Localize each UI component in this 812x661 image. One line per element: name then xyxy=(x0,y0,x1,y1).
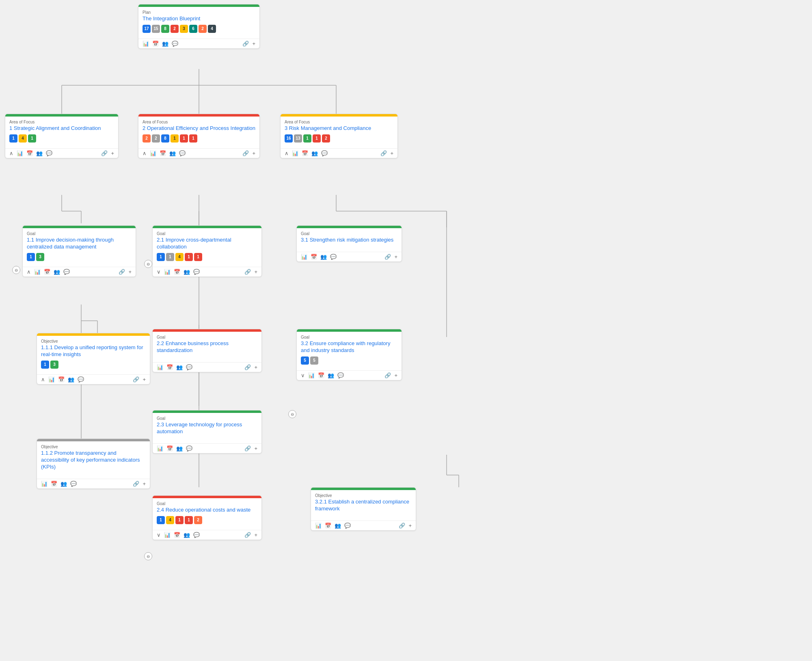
chart-icon[interactable]: 📊 xyxy=(143,41,149,47)
goal32-calendar-icon[interactable]: 📅 xyxy=(318,372,324,378)
obj112-chat-icon[interactable]: 💬 xyxy=(70,481,77,487)
goal23-chat-icon[interactable]: 💬 xyxy=(186,445,192,451)
obj111-calendar-icon[interactable]: 📅 xyxy=(58,376,65,382)
goal32-collapse[interactable]: ⊖ xyxy=(288,410,296,418)
goal24-chart-icon[interactable]: 📊 xyxy=(164,532,171,538)
calendar-icon[interactable]: 📅 xyxy=(152,41,159,47)
goal22-calendar-icon[interactable]: 📅 xyxy=(166,364,173,370)
people-icon[interactable]: 👥 xyxy=(162,41,168,47)
obj112-title[interactable]: 1.1.2 Promote transparency and accessibi… xyxy=(41,450,146,471)
goal21-collapse[interactable]: ⊖ xyxy=(144,260,152,268)
obj111-chat-icon[interactable]: 💬 xyxy=(78,376,84,382)
goal32-title[interactable]: 3.2 Ensure compliance with regulatory an… xyxy=(301,340,397,354)
area3-chart-icon[interactable]: 📊 xyxy=(292,150,298,156)
goal21-chart-icon[interactable]: 📊 xyxy=(164,269,171,275)
goal31-add-icon[interactable]: + xyxy=(394,254,397,260)
goal32-chart-icon[interactable]: 📊 xyxy=(308,372,315,378)
goal21-link-icon[interactable]: 🔗 xyxy=(244,269,251,275)
area1-calendar-icon[interactable]: 📅 xyxy=(26,150,33,156)
area1-title[interactable]: 1 Strategic Alignment and Coordination xyxy=(9,125,114,132)
area3-calendar-icon[interactable]: 📅 xyxy=(302,150,308,156)
area3-add-icon[interactable]: + xyxy=(390,150,393,156)
goal31-calendar-icon[interactable]: 📅 xyxy=(311,254,317,260)
goal32-chat-icon[interactable]: 💬 xyxy=(337,372,344,378)
area1-chevron[interactable]: ∧ xyxy=(9,150,13,156)
goal31-chat-icon[interactable]: 💬 xyxy=(330,254,337,260)
obj111-chevron[interactable]: ∧ xyxy=(41,376,45,382)
obj321-title[interactable]: 3.2.1 Establish a centralized compliance… xyxy=(315,499,412,512)
goal24-add-icon[interactable]: + xyxy=(254,532,257,538)
area1-chart-icon[interactable]: 📊 xyxy=(17,150,23,156)
goal32-link-icon[interactable]: 🔗 xyxy=(384,372,391,378)
obj112-people-icon[interactable]: 👥 xyxy=(60,481,67,487)
goal21-calendar-icon[interactable]: 📅 xyxy=(174,269,180,275)
obj321-people-icon[interactable]: 👥 xyxy=(335,523,341,529)
area3-link-icon[interactable]: 🔗 xyxy=(380,150,387,156)
goal11-link-icon[interactable]: 🔗 xyxy=(119,269,125,275)
area2-chart-icon[interactable]: 📊 xyxy=(150,150,156,156)
goal32-people-icon[interactable]: 👥 xyxy=(328,372,334,378)
add-icon[interactable]: + xyxy=(252,41,255,47)
area1-chat-icon[interactable]: 💬 xyxy=(46,150,52,156)
goal31-people-icon[interactable]: 👥 xyxy=(320,254,327,260)
goal23-title[interactable]: 2.3 Leverage technology for process auto… xyxy=(157,421,257,435)
area1-link-icon[interactable]: 🔗 xyxy=(101,150,108,156)
plan-title[interactable]: The Integration Blueprint xyxy=(143,15,255,22)
goal23-calendar-icon[interactable]: 📅 xyxy=(166,445,173,451)
area3-chevron[interactable]: ∧ xyxy=(285,150,289,156)
obj321-calendar-icon[interactable]: 📅 xyxy=(325,523,331,529)
obj111-chart-icon[interactable]: 📊 xyxy=(48,376,55,382)
area3-title[interactable]: 3 Risk Management and Compliance xyxy=(285,125,393,132)
goal11-chevron[interactable]: ∧ xyxy=(27,269,31,275)
area2-people-icon[interactable]: 👥 xyxy=(169,150,176,156)
goal23-add-icon[interactable]: + xyxy=(254,445,257,451)
goal23-chart-icon[interactable]: 📊 xyxy=(157,445,163,451)
goal31-chart-icon[interactable]: 📊 xyxy=(301,254,307,260)
goal31-link-icon[interactable]: 🔗 xyxy=(384,254,391,260)
link-icon[interactable]: 🔗 xyxy=(242,41,249,47)
obj111-add-icon[interactable]: + xyxy=(143,376,146,382)
obj321-chat-icon[interactable]: 💬 xyxy=(344,523,351,529)
area2-calendar-icon[interactable]: 📅 xyxy=(160,150,166,156)
goal24-chat-icon[interactable]: 💬 xyxy=(193,532,200,538)
goal21-chat-icon[interactable]: 💬 xyxy=(193,269,200,275)
area1-people-icon[interactable]: 👥 xyxy=(36,150,43,156)
goal21-title[interactable]: 2.1 Improve cross-departmental collabora… xyxy=(157,237,257,251)
goal21-add-icon[interactable]: + xyxy=(254,269,257,275)
goal24-collapse[interactable]: ⊖ xyxy=(144,552,152,560)
area2-chevron[interactable]: ∧ xyxy=(143,150,147,156)
obj321-add-icon[interactable]: + xyxy=(408,523,412,529)
goal24-title[interactable]: 2.4 Reduce operational costs and waste xyxy=(157,507,257,514)
goal22-link-icon[interactable]: 🔗 xyxy=(244,364,251,370)
area2-title[interactable]: 2 Operational Efficiency and Process Int… xyxy=(143,125,255,132)
obj111-title[interactable]: 1.1.1 Develop a unified reporting system… xyxy=(41,344,146,358)
goal11-chat-icon[interactable]: 💬 xyxy=(63,269,70,275)
goal23-link-icon[interactable]: 🔗 xyxy=(244,445,251,451)
goal11-collapse[interactable]: ⊖ xyxy=(12,266,20,274)
goal11-people-icon[interactable]: 👥 xyxy=(54,269,60,275)
goal22-chart-icon[interactable]: 📊 xyxy=(157,364,163,370)
goal23-people-icon[interactable]: 👥 xyxy=(176,445,183,451)
obj111-people-icon[interactable]: 👥 xyxy=(68,376,74,382)
goal22-add-icon[interactable]: + xyxy=(254,364,257,370)
goal31-title[interactable]: 3.1 Strengthen risk mitigation strategie… xyxy=(301,237,397,244)
area2-link-icon[interactable]: 🔗 xyxy=(242,150,249,156)
goal22-people-icon[interactable]: 👥 xyxy=(176,364,183,370)
goal22-title[interactable]: 2.2 Enhance business process standardiza… xyxy=(157,340,257,354)
goal11-calendar-icon[interactable]: 📅 xyxy=(44,269,50,275)
area3-people-icon[interactable]: 👥 xyxy=(311,150,318,156)
goal24-people-icon[interactable]: 👥 xyxy=(184,532,190,538)
goal24-chevron[interactable]: ∨ xyxy=(157,532,161,538)
goal11-add-icon[interactable]: + xyxy=(128,269,132,275)
goal24-calendar-icon[interactable]: 📅 xyxy=(174,532,180,538)
area2-add-icon[interactable]: + xyxy=(252,150,255,156)
obj112-calendar-icon[interactable]: 📅 xyxy=(51,481,57,487)
area2-chat-icon[interactable]: 💬 xyxy=(179,150,186,156)
obj321-link-icon[interactable]: 🔗 xyxy=(399,523,405,529)
chat-icon[interactable]: 💬 xyxy=(172,41,178,47)
goal11-chart-icon[interactable]: 📊 xyxy=(34,269,41,275)
obj112-chart-icon[interactable]: 📊 xyxy=(41,481,48,487)
obj321-chart-icon[interactable]: 📊 xyxy=(315,523,322,529)
obj112-link-icon[interactable]: 🔗 xyxy=(133,481,139,487)
area1-add-icon[interactable]: + xyxy=(111,150,114,156)
